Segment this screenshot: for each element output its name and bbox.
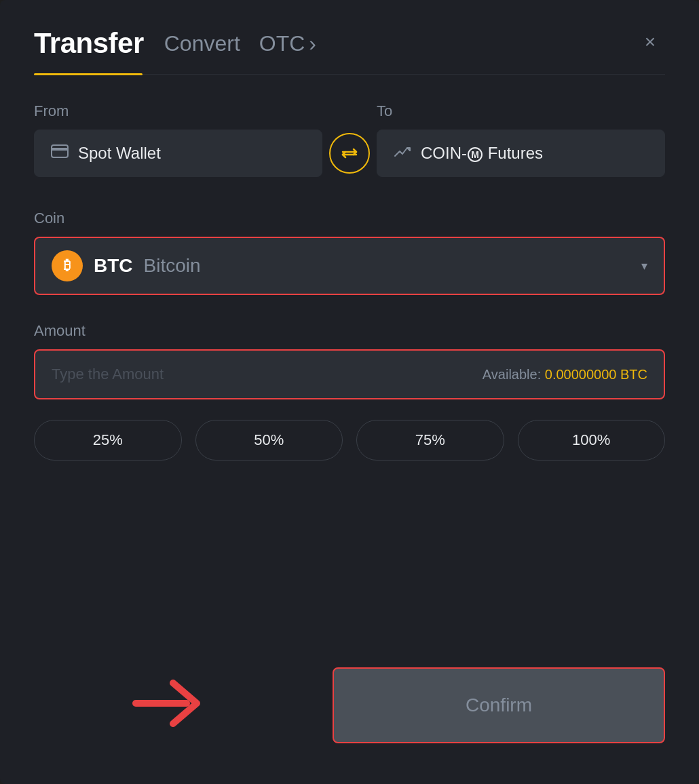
from-wallet-selector[interactable]: Spot Wallet	[34, 130, 322, 177]
svg-rect-1	[52, 148, 68, 151]
coin-full-name: Bitcoin	[144, 255, 201, 277]
coin-selector-dropdown[interactable]: ₿ BTC Bitcoin ▾	[34, 237, 665, 295]
percentage-buttons-row: 25% 50% 75% 100%	[34, 420, 665, 460]
to-wallet-label: COIN-M Futures	[421, 144, 543, 163]
arrow-indicator	[129, 673, 210, 737]
convert-tab[interactable]: Convert	[164, 31, 240, 56]
available-value: 0.00000000 BTC	[545, 367, 647, 382]
swap-column	[322, 133, 377, 174]
svg-text:₿: ₿	[64, 258, 71, 273]
amount-input-wrapper: Type the Amount Available: 0.00000000 BT…	[34, 349, 665, 399]
to-column: COIN-M Futures	[377, 130, 665, 177]
to-wallet-selector[interactable]: COIN-M Futures	[377, 130, 665, 177]
bottom-action-area: Confirm	[34, 667, 665, 743]
confirm-button[interactable]: Confirm	[333, 667, 665, 743]
coin-dropdown-chevron-icon: ▾	[641, 258, 647, 273]
modal-header: Transfer Convert OTC › ×	[34, 27, 665, 60]
from-wallet-label: Spot Wallet	[78, 144, 161, 163]
active-tab-indicator	[34, 73, 143, 75]
pct-50-button[interactable]: 50%	[195, 420, 343, 460]
amount-section-label: Amount	[34, 322, 665, 340]
otc-chevron-icon: ›	[309, 31, 316, 56]
header-nav: Convert OTC ›	[164, 31, 316, 56]
btc-coin-icon: ₿	[52, 250, 83, 281]
otc-tab[interactable]: OTC ›	[259, 31, 316, 56]
from-label: From	[34, 102, 322, 120]
from-to-labels: From To	[34, 102, 665, 120]
tab-separator-line	[143, 74, 665, 75]
amount-section: Amount Type the Amount Available: 0.0000…	[34, 322, 665, 420]
amount-input-placeholder[interactable]: Type the Amount	[52, 366, 483, 383]
pct-100-button[interactable]: 100%	[518, 420, 666, 460]
coin-symbol: BTC	[94, 255, 133, 277]
wallet-icon	[51, 144, 69, 162]
futures-icon	[394, 144, 411, 163]
from-column: Spot Wallet	[34, 130, 322, 177]
coin-section: Coin ₿ BTC Bitcoin ▾	[34, 210, 665, 322]
active-tab-title: Transfer	[34, 27, 144, 60]
available-label: Available: 0.00000000 BTC	[483, 367, 647, 383]
transfer-modal: Transfer Convert OTC › × From To	[0, 0, 699, 784]
svg-rect-0	[52, 145, 68, 157]
tab-underline	[34, 73, 665, 75]
swap-button[interactable]	[329, 133, 370, 174]
close-button[interactable]: ×	[635, 27, 665, 57]
coin-section-label: Coin	[34, 210, 665, 227]
to-label: To	[377, 102, 665, 120]
pct-75-button[interactable]: 75%	[356, 420, 504, 460]
pct-25-button[interactable]: 25%	[34, 420, 182, 460]
from-to-row: Spot Wallet	[34, 130, 665, 177]
